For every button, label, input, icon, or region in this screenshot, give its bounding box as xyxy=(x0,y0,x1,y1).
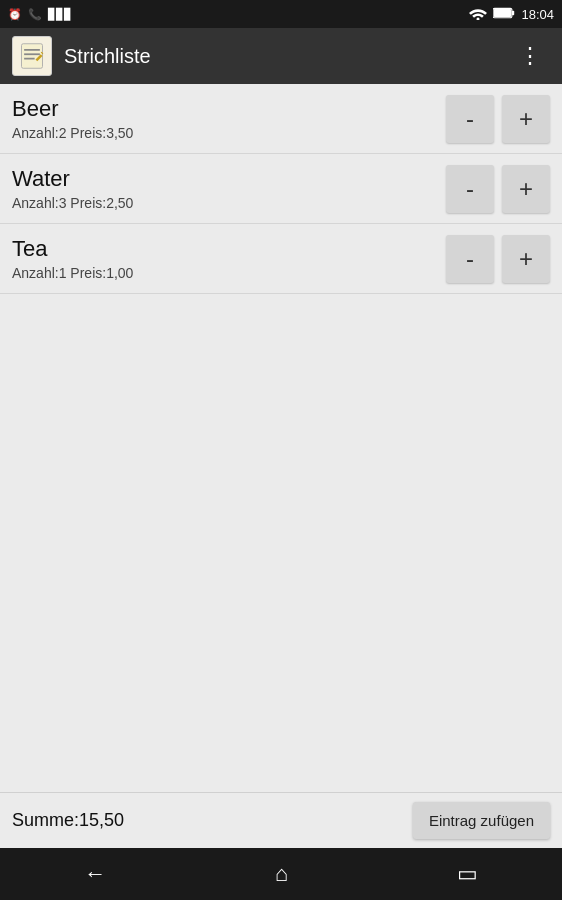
status-bar: ⏰ 📞 ▊▊▊ 18:04 xyxy=(0,0,562,28)
svg-rect-6 xyxy=(24,58,35,60)
content-area: Beer Anzahl:2 Preis:3,50 - + Water Anzah… xyxy=(0,84,562,848)
item-name-beer: Beer xyxy=(12,96,446,122)
menu-button[interactable]: ⋮ xyxy=(511,35,550,77)
item-info-beer: Beer Anzahl:2 Preis:3,50 xyxy=(12,96,446,141)
increment-tea-button[interactable]: + xyxy=(502,235,550,283)
item-name-tea: Tea xyxy=(12,236,446,262)
item-detail-beer: Anzahl:2 Preis:3,50 xyxy=(12,125,446,141)
item-controls-water: - + xyxy=(446,165,550,213)
status-bar-left: ⏰ 📞 ▊▊▊ xyxy=(8,8,72,21)
list-item: Beer Anzahl:2 Preis:3,50 - + xyxy=(0,84,562,154)
item-info-tea: Tea Anzahl:1 Preis:1,00 xyxy=(12,236,446,281)
app-icon xyxy=(12,36,52,76)
app-title: Strichliste xyxy=(64,45,511,68)
list-item: Water Anzahl:3 Preis:2,50 - + xyxy=(0,154,562,224)
item-detail-water: Anzahl:3 Preis:2,50 xyxy=(12,195,446,211)
svg-rect-4 xyxy=(24,49,40,51)
svg-rect-2 xyxy=(494,9,511,17)
status-bar-right: 18:04 xyxy=(469,6,554,23)
app-bar: Strichliste ⋮ xyxy=(0,28,562,84)
alarm-icon: ⏰ xyxy=(8,8,22,21)
svg-rect-5 xyxy=(24,53,40,55)
add-entry-button[interactable]: Eintrag zufügen xyxy=(413,802,550,839)
decrement-water-button[interactable]: - xyxy=(446,165,494,213)
item-controls-beer: - + xyxy=(446,95,550,143)
decrement-tea-button[interactable]: - xyxy=(446,235,494,283)
svg-rect-1 xyxy=(512,10,514,15)
footer: Summe:15,50 Eintrag zufügen xyxy=(0,792,562,848)
item-info-water: Water Anzahl:3 Preis:2,50 xyxy=(12,166,446,211)
item-detail-tea: Anzahl:1 Preis:1,00 xyxy=(12,265,446,281)
list-item: Tea Anzahl:1 Preis:1,00 - + xyxy=(0,224,562,294)
nav-bar: ← ⌂ ▭ xyxy=(0,848,562,900)
increment-water-button[interactable]: + xyxy=(502,165,550,213)
sum-display: Summe:15,50 xyxy=(12,810,124,831)
signal-icon: ▊▊▊ xyxy=(48,8,72,21)
increment-beer-button[interactable]: + xyxy=(502,95,550,143)
home-button[interactable]: ⌂ xyxy=(255,853,308,895)
back-button[interactable]: ← xyxy=(64,853,126,895)
wifi-icon xyxy=(469,6,487,23)
recent-button[interactable]: ▭ xyxy=(437,853,498,895)
decrement-beer-button[interactable]: - xyxy=(446,95,494,143)
item-name-water: Water xyxy=(12,166,446,192)
empty-area xyxy=(0,294,562,792)
battery-icon xyxy=(493,7,515,22)
time-display: 18:04 xyxy=(521,7,554,22)
phone-icon: 📞 xyxy=(28,8,42,21)
item-controls-tea: - + xyxy=(446,235,550,283)
